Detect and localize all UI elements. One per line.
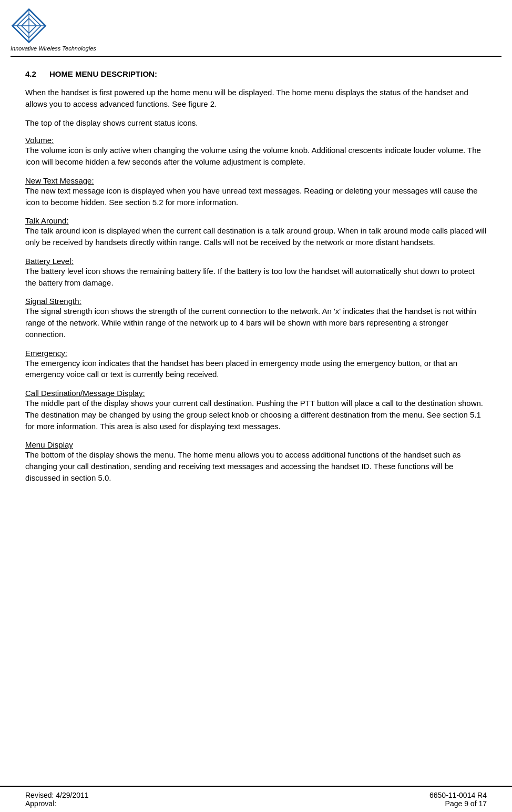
- footer-right: 6650-11-0014 R4 Page 9 of 17: [429, 791, 487, 808]
- subsection-new-text-message: New Text Message: The new text message i…: [25, 176, 487, 208]
- section-heading: 4.2 HOME MENU DESCRIPTION:: [25, 69, 487, 78]
- subsection-heading-signal: Signal Strength:: [25, 297, 487, 306]
- subsection-heading-emergency: Emergency:: [25, 349, 487, 358]
- subsection-body-signal: The signal strength icon shows the stren…: [25, 306, 487, 340]
- logo-container: Innovative Wireless Technologies: [11, 7, 96, 52]
- subsection-heading-menu: Menu Display: [25, 440, 487, 449]
- section-number: 4.2: [25, 69, 36, 78]
- subsection-body-volume: The volume icon is only active when chan…: [25, 145, 487, 168]
- revised-date: Revised: 4/29/2011: [25, 791, 89, 799]
- subsection-menu-display: Menu Display The bottom of the display s…: [25, 440, 487, 483]
- subsection-body-call-dest: The middle part of the display shows you…: [25, 398, 487, 432]
- header: Innovative Wireless Technologies: [0, 0, 512, 52]
- subsection-talk-around: Talk Around: The talk around icon is dis…: [25, 216, 487, 248]
- subsection-body-menu: The bottom of the display shows the menu…: [25, 449, 487, 483]
- intro-paragraph-2: The top of the display shows current sta…: [25, 117, 487, 129]
- subsection-heading-battery: Battery Level:: [25, 257, 487, 266]
- subsection-volume: Volume: The volume icon is only active w…: [25, 136, 487, 168]
- subsection-heading-call-dest: Call Destination/Message Display:: [25, 389, 487, 398]
- company-logo: [11, 7, 47, 44]
- approval-label: Approval:: [25, 799, 89, 808]
- subsection-heading-volume: Volume:: [25, 136, 487, 145]
- subsection-heading-talk-around: Talk Around:: [25, 216, 487, 225]
- page-info: Page 9 of 17: [445, 799, 487, 808]
- subsection-body-talk-around: The talk around icon is displayed when t…: [25, 225, 487, 248]
- main-content: 4.2 HOME MENU DESCRIPTION: When the hand…: [0, 57, 512, 639]
- subsection-heading-new-text: New Text Message:: [25, 176, 487, 185]
- subsection-body-battery: The battery level icon shows the remaini…: [25, 266, 487, 289]
- footer: Revised: 4/29/2011 Approval: 6650-11-001…: [0, 786, 512, 812]
- subsection-body-emergency: The emergency icon indicates that the ha…: [25, 358, 487, 381]
- section-title: HOME MENU DESCRIPTION:: [49, 69, 157, 78]
- subsection-body-new-text: The new text message icon is displayed w…: [25, 185, 487, 208]
- subsection-emergency: Emergency: The emergency icon indicates …: [25, 349, 487, 381]
- subsection-signal-strength: Signal Strength: The signal strength ico…: [25, 297, 487, 340]
- intro-paragraph-1: When the handset is first powered up the…: [25, 87, 487, 110]
- page-wrapper: Innovative Wireless Technologies 4.2 HOM…: [0, 0, 512, 812]
- company-name-text: Innovative Wireless Technologies: [11, 45, 96, 52]
- subsection-call-destination: Call Destination/Message Display: The mi…: [25, 389, 487, 432]
- doc-number: 6650-11-0014 R4: [429, 791, 487, 799]
- footer-left: Revised: 4/29/2011 Approval:: [25, 791, 89, 808]
- subsection-battery-level: Battery Level: The battery level icon sh…: [25, 257, 487, 289]
